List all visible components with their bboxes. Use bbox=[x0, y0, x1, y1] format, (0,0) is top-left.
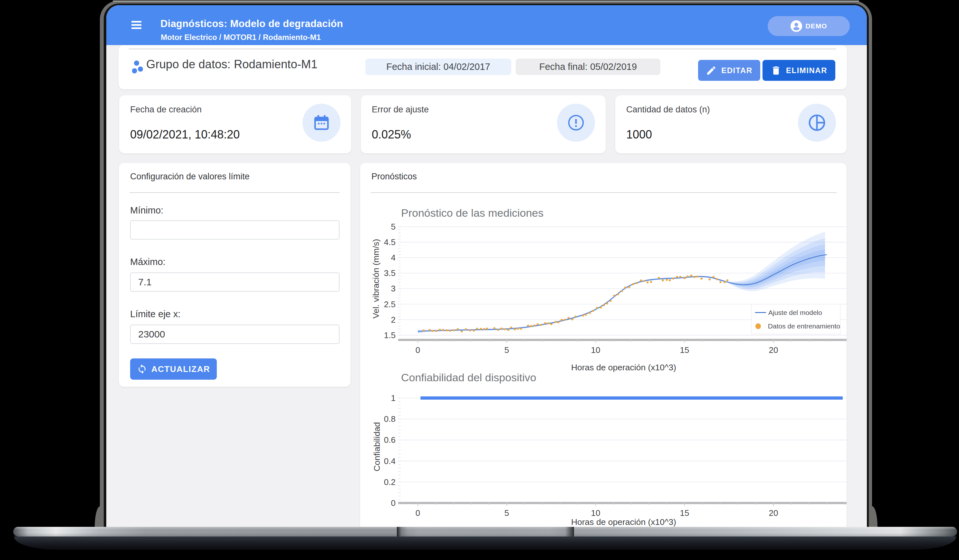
svg-text:20: 20 bbox=[769, 345, 778, 355]
svg-text:5: 5 bbox=[391, 222, 395, 232]
svg-text:4.5: 4.5 bbox=[384, 237, 395, 247]
svg-text:0.2: 0.2 bbox=[384, 477, 395, 487]
svg-text:10: 10 bbox=[591, 508, 601, 518]
svg-text:0: 0 bbox=[416, 508, 420, 518]
svg-text:0.6: 0.6 bbox=[384, 435, 395, 445]
svg-text:2: 2 bbox=[391, 315, 395, 325]
svg-text:4: 4 bbox=[391, 253, 395, 262]
svg-text:0: 0 bbox=[391, 498, 395, 508]
svg-text:20: 20 bbox=[769, 508, 778, 518]
svg-text:10: 10 bbox=[591, 345, 601, 355]
svg-text:15: 15 bbox=[680, 345, 689, 355]
svg-text:15: 15 bbox=[680, 508, 689, 518]
svg-text:1: 1 bbox=[391, 393, 395, 403]
svg-text:2.5: 2.5 bbox=[384, 299, 395, 309]
svg-text:5: 5 bbox=[505, 345, 509, 355]
svg-text:3: 3 bbox=[391, 284, 395, 293]
svg-text:5: 5 bbox=[505, 508, 509, 518]
svg-text:0.8: 0.8 bbox=[384, 414, 395, 424]
svg-text:0.4: 0.4 bbox=[384, 456, 395, 466]
svg-text:0: 0 bbox=[416, 345, 420, 355]
svg-text:3.5: 3.5 bbox=[384, 268, 395, 278]
svg-text:1.5: 1.5 bbox=[384, 330, 395, 340]
